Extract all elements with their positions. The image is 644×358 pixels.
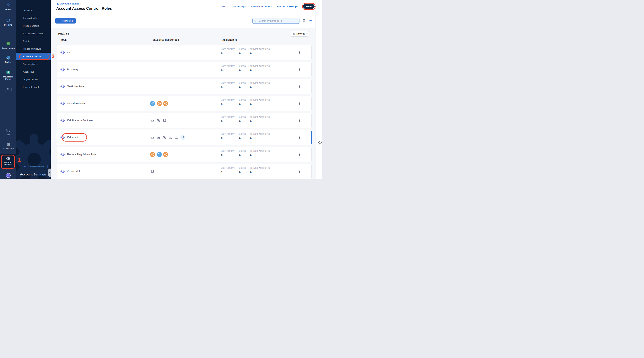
row-menu-button[interactable] (298, 84, 300, 89)
role-row-idp-platform-engineer[interactable]: IDP Platform Engineer USER GROUPS 0 USER… (57, 113, 312, 128)
menu-item-authentication[interactable]: Authentication (16, 14, 51, 22)
support-chat-icon[interactable] (317, 140, 322, 146)
menu-item-access-control[interactable]: Access Control (16, 53, 51, 60)
row-menu-button[interactable] (298, 50, 300, 55)
assigned-label: SERVICE ACCOUNTS (250, 82, 270, 84)
sidebar-item-builds[interactable]: Builds (0, 55, 16, 63)
menu-item-freeze-windows[interactable]: Freeze Windows (16, 45, 51, 53)
assigned-count: 0 (239, 137, 246, 140)
assigned-user-groups: USER GROUPS 0 (221, 99, 235, 106)
sidebar-item-dashboards[interactable]: DASHBOARDS (0, 142, 16, 149)
row-menu-button[interactable] (298, 118, 300, 123)
sidebar-item-account-settings[interactable]: ACCOUNT SETTINGS (0, 154, 16, 168)
assigned-users: USERS 0 (239, 82, 246, 89)
grid-view-icon (302, 19, 306, 22)
menu-item-product-usage[interactable]: Product Usage (16, 22, 51, 30)
role-name: TestProxyRole (67, 85, 84, 88)
search-input[interactable] (258, 19, 298, 22)
sidebar-item-label: Builds (5, 61, 11, 63)
menu-item-overview[interactable]: Overview (16, 7, 51, 14)
sidebar-item-deployments[interactable]: Deployments (0, 41, 16, 49)
assigned-user-groups: USER GROUPS 0 (221, 150, 235, 157)
sidebar-item-projects[interactable]: Projects (0, 18, 16, 26)
grid-menu-icon (7, 88, 10, 91)
rbac-tabs: UsersUser GroupsService AccountsResource… (218, 4, 314, 9)
assigned-label: USERS (239, 65, 246, 67)
role-name-cell[interactable]: IDP Admin (60, 130, 80, 145)
assigned-count: 0 (221, 52, 235, 55)
row-menu-button[interactable] (298, 152, 300, 157)
menu-item-external-tickets[interactable]: External Tickets (16, 83, 51, 91)
role-row-testproxyrole[interactable]: TestProxyRole USER GROUPS 0 USERS 0 SERV… (57, 79, 312, 94)
flag-circle-icon (157, 101, 162, 106)
assigned-count: 0 (221, 120, 235, 123)
role-row-idp-admin[interactable]: IDP Admin +1 USER GROUPS 0 USERS 0 SERVI… (57, 130, 312, 145)
assigned-label: USER GROUPS (221, 150, 235, 152)
sidebar-item-help[interactable]: ?HELP (0, 128, 16, 136)
role-name-cell[interactable]: IDP Platform Engineer (60, 113, 93, 128)
menu-item-account-resources[interactable]: Account Resources (16, 30, 51, 37)
assigned-count: 0 (221, 154, 235, 157)
role-name-cell[interactable]: TestProxyRole (60, 79, 84, 94)
row-menu-button[interactable] (298, 169, 300, 174)
sidebar-item-developer-portal[interactable]: Developer Portal (0, 70, 16, 80)
role-name-cell[interactable]: rw (60, 45, 70, 60)
avatar[interactable]: D (6, 173, 10, 178)
role-name-cell[interactable]: Feature Flag Admin Role (60, 147, 96, 162)
tab-user-groups[interactable]: User Groups (231, 5, 246, 8)
menu-item-audit-trail[interactable]: Audit Trail (16, 68, 51, 76)
sidebar-item-home[interactable]: Home (0, 3, 16, 11)
assigned-count: 0 (239, 69, 246, 72)
search-box[interactable] (252, 18, 300, 24)
grid-view-button[interactable] (302, 19, 306, 22)
role-row-crystal-test-role[interactable]: crystal-test-role USER GROUPS 0 USERS 0 … (57, 96, 312, 111)
column-header-assigned-to: ASSIGNED TO (222, 39, 238, 41)
certificate-icon (150, 118, 155, 123)
new-role-button[interactable]: + New Role (55, 18, 76, 24)
list-view-button[interactable] (309, 19, 312, 22)
row-menu-button[interactable] (298, 101, 300, 106)
assigned-count: 0 (221, 137, 235, 140)
assigned-user-groups: USER GROUPS 0 (221, 116, 235, 123)
assigned-label: SERVICE ACCOUNTS (250, 133, 270, 135)
assigned-label: USERS (239, 133, 246, 135)
menu-item-organizations[interactable]: Organizations (16, 76, 51, 83)
devportal-icon (6, 70, 10, 75)
assigned-label: USER GROUPS (221, 65, 235, 67)
role-name-cell[interactable]: crystal-test-role (60, 96, 85, 111)
gears-icon (162, 135, 166, 140)
tab-resource-groups[interactable]: Resource Groups (277, 5, 298, 8)
role-row-feature-flag-admin-role[interactable]: Feature Flag Admin Role USER GROUPS 0 US… (57, 147, 312, 162)
breadcrumb-link-account-settings[interactable]: Account Settings (60, 3, 80, 5)
collapse-panel-button[interactable] (48, 168, 51, 177)
menu-item-subscriptions[interactable]: Subscriptions (16, 60, 51, 68)
row-menu-button[interactable] (298, 67, 300, 72)
chevron-down-icon (306, 33, 308, 35)
puzzle-icon (162, 118, 166, 123)
menu-item-policies[interactable]: Policies (16, 37, 51, 45)
assigned-label: SERVICE ACCOUNTS (250, 65, 270, 67)
role-name: Feature Flag Admin Role (67, 153, 96, 156)
launch-first-generation-button[interactable]: Launch First Generation (19, 164, 48, 169)
role-name-cell[interactable]: Customsk1 (60, 164, 80, 179)
tab-users[interactable]: Users (218, 5, 226, 8)
assigned-users: USERS 0 (239, 133, 246, 140)
role-row-rw[interactable]: rw USER GROUPS 0 USERS 0 SERVICE ACCOUNT… (57, 45, 312, 60)
tab-roles-active[interactable]: Roles (303, 4, 314, 9)
sort-dropdown[interactable]: Newest (291, 31, 309, 37)
tab-service-accounts[interactable]: Service Accounts (251, 5, 272, 8)
role-row-customsk1[interactable]: Customsk1 USER GROUPS 1 USERS 0 SERVICE … (57, 164, 312, 179)
help-icon: ? (6, 128, 10, 133)
role-row-proxykey[interactable]: ProxyKey USER GROUPS 0 USERS 0 SERVICE A… (57, 62, 312, 77)
selected-resources: +1 (150, 130, 185, 145)
cube-circle-icon (157, 152, 162, 157)
assigned-label: USERS (239, 82, 246, 84)
module-grid-button[interactable] (5, 87, 12, 92)
role-name-cell[interactable]: ProxyKey (60, 62, 78, 77)
row-menu-button[interactable] (298, 135, 300, 140)
deployments-icon (6, 41, 10, 46)
assigned-count: 0 (250, 86, 270, 89)
more-resources-badge[interactable]: +1 (180, 135, 185, 140)
main-content: Account Settings › Account Access Contro… (51, 0, 322, 179)
total-count: Total: 61 (58, 32, 69, 35)
